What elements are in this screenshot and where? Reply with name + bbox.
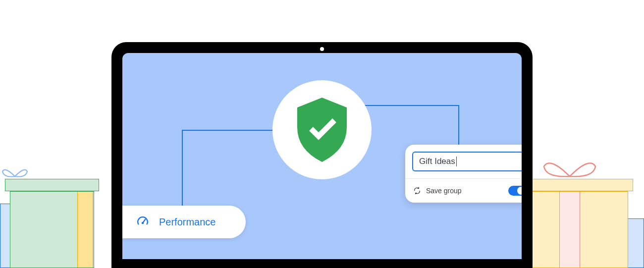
tab-group-name-input[interactable]: Gift Ideas bbox=[412, 152, 522, 171]
ribbon-bow-decoration bbox=[540, 159, 599, 179]
laptop-screen: Performance Gift Ideas Save group bbox=[122, 53, 522, 259]
shield-check-icon bbox=[292, 95, 352, 164]
divider bbox=[405, 178, 522, 179]
speedometer-icon bbox=[136, 215, 149, 228]
security-shield-badge bbox=[272, 80, 372, 179]
performance-button[interactable]: Performance bbox=[122, 206, 246, 238]
performance-label: Performance bbox=[159, 216, 216, 228]
camera-icon bbox=[320, 47, 324, 51]
gift-box-decoration bbox=[10, 191, 94, 268]
tab-group-name-value: Gift Ideas bbox=[419, 157, 455, 166]
gift-box-decoration bbox=[5, 179, 99, 191]
tab-group-popup: Gift Ideas Save group bbox=[405, 145, 522, 203]
svg-point-0 bbox=[142, 222, 144, 224]
save-group-row: Save group bbox=[412, 186, 522, 196]
laptop-frame: Performance Gift Ideas Save group bbox=[111, 42, 533, 268]
connector-line bbox=[182, 130, 283, 214]
ribbon-bow-decoration bbox=[0, 164, 30, 179]
save-group-label: Save group bbox=[426, 187, 503, 195]
save-group-toggle[interactable] bbox=[508, 186, 522, 196]
sync-icon bbox=[413, 187, 421, 195]
